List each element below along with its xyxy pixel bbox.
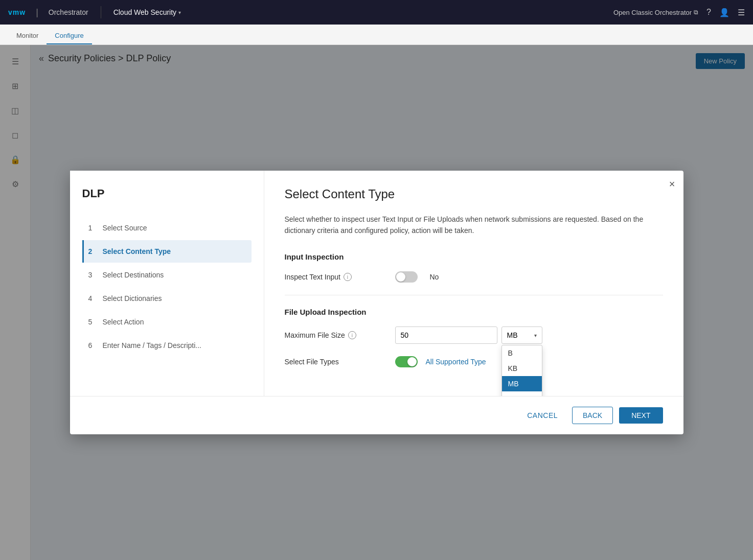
- select-file-types-label-text: Select File Types: [285, 358, 339, 366]
- file-upload-inspection-title: File Upload Inspection: [285, 308, 663, 316]
- step-3-label: Select Destinations: [103, 271, 164, 279]
- modal-footer: CANCEL BACK NEXT: [70, 396, 683, 434]
- select-file-types-toggle[interactable]: [395, 356, 418, 367]
- toggle-knob: [396, 272, 405, 282]
- inspect-text-label-text: Inspect Text Input: [285, 273, 340, 281]
- unit-selected-label: MB: [507, 331, 518, 339]
- file-size-input[interactable]: [395, 326, 497, 344]
- step-1-label: Select Source: [103, 224, 147, 232]
- nav-divider: [101, 6, 101, 18]
- help-icon[interactable]: ?: [706, 8, 711, 17]
- step-5-number: 5: [88, 318, 97, 326]
- modal-left-title: DLP: [82, 187, 252, 200]
- input-inspection-title: Input Inspection: [285, 252, 663, 261]
- tab-monitor[interactable]: Monitor: [8, 28, 47, 44]
- top-nav: vmw | Orchestrator Cloud Web Security ▾ …: [0, 0, 753, 25]
- step-4-select-dictionaries[interactable]: 4 Select Dictionaries: [82, 287, 252, 310]
- unit-option-b[interactable]: B: [502, 345, 542, 361]
- step-6-enter-name[interactable]: 6 Enter Name / Tags / Descripti...: [82, 334, 252, 357]
- step-1-number: 1: [88, 224, 97, 232]
- unit-option-mb[interactable]: MB: [502, 376, 542, 391]
- step-1-select-source[interactable]: 1 Select Source: [82, 217, 252, 239]
- step-2-select-content-type[interactable]: 2 Select Content Type: [82, 240, 252, 263]
- modal-body: DLP 1 Select Source 2 Select Content Typ…: [70, 171, 683, 396]
- vmw-logo: vmw: [8, 8, 26, 16]
- inspect-text-label: Inspect Text Input i: [285, 273, 387, 281]
- user-icon[interactable]: 👤: [719, 8, 729, 17]
- file-size-area: MB ▾ B KB MB GB: [395, 326, 542, 344]
- unit-dropdown-trigger[interactable]: MB ▾: [501, 326, 542, 344]
- inspect-text-toggle[interactable]: [395, 271, 418, 283]
- unit-dropdown-container: MB ▾ B KB MB GB: [501, 326, 542, 344]
- max-file-size-info-icon[interactable]: i: [348, 331, 356, 339]
- menu-icon[interactable]: ☰: [738, 8, 745, 17]
- unit-option-kb[interactable]: KB: [502, 361, 542, 376]
- close-button[interactable]: ×: [669, 179, 675, 189]
- nav-separator: |: [36, 7, 38, 18]
- modal-right-panel: Select Content Type Select whether to in…: [264, 171, 683, 396]
- max-file-size-label: Maximum File Size i: [285, 331, 387, 339]
- dlp-modal: × DLP 1 Select Source 2 Select Content T…: [70, 171, 683, 435]
- file-types-toggle-knob: [407, 357, 417, 366]
- step-5-label: Select Action: [103, 318, 144, 326]
- unit-option-gb[interactable]: GB: [502, 391, 542, 396]
- modal-left-panel: DLP 1 Select Source 2 Select Content Typ…: [70, 171, 264, 396]
- step-2-label: Select Content Type: [103, 247, 171, 255]
- nav-product: Cloud Web Security ▾: [113, 8, 181, 16]
- max-file-size-label-text: Maximum File Size: [285, 331, 345, 339]
- select-file-types-label: Select File Types: [285, 358, 387, 366]
- main-content: ☰ ⊞ ◫ ◻ 🔒 ⚙ « Security Policies > DLP Po…: [0, 45, 753, 560]
- section-divider: [285, 295, 663, 295]
- sub-nav: Monitor Configure: [0, 25, 753, 45]
- back-button[interactable]: BACK: [572, 407, 613, 424]
- unit-chevron-icon: ▾: [534, 333, 537, 338]
- step-2-number: 2: [88, 247, 97, 255]
- select-file-types-row: Select File Types All Supported Type: [285, 356, 663, 367]
- inspect-text-status: No: [430, 273, 439, 281]
- all-supported-types-link[interactable]: All Supported Type: [426, 358, 486, 366]
- open-classic-button[interactable]: Open Classic Orchestrator ⧉: [613, 9, 698, 16]
- open-classic-label: Open Classic Orchestrator: [613, 9, 692, 16]
- step-6-number: 6: [88, 341, 97, 349]
- chevron-down-icon: ▾: [178, 10, 181, 15]
- step-3-select-destinations[interactable]: 3 Select Destinations: [82, 264, 252, 286]
- product-name: Cloud Web Security: [113, 8, 176, 16]
- inspect-text-info-icon[interactable]: i: [344, 273, 352, 281]
- cancel-button[interactable]: CANCEL: [519, 407, 566, 424]
- modal-right-title: Select Content Type: [285, 187, 663, 201]
- step-6-label: Enter Name / Tags / Descripti...: [103, 341, 201, 349]
- step-3-number: 3: [88, 271, 97, 279]
- unit-dropdown-menu: B KB MB GB: [501, 345, 542, 396]
- external-link-icon: ⧉: [694, 9, 698, 16]
- max-file-size-row: Maximum File Size i MB ▾: [285, 326, 663, 344]
- tab-configure[interactable]: Configure: [47, 28, 92, 44]
- modal-overlay: × DLP 1 Select Source 2 Select Content T…: [0, 45, 753, 560]
- inspect-text-row: Inspect Text Input i No: [285, 271, 663, 283]
- step-4-label: Select Dictionaries: [103, 294, 162, 302]
- step-5-select-action[interactable]: 5 Select Action: [82, 311, 252, 333]
- modal-description: Select whether to inspect user Text Inpu…: [285, 214, 663, 237]
- step-4-number: 4: [88, 294, 97, 302]
- nav-title: Orchestrator: [49, 8, 88, 16]
- next-button[interactable]: NEXT: [619, 407, 663, 424]
